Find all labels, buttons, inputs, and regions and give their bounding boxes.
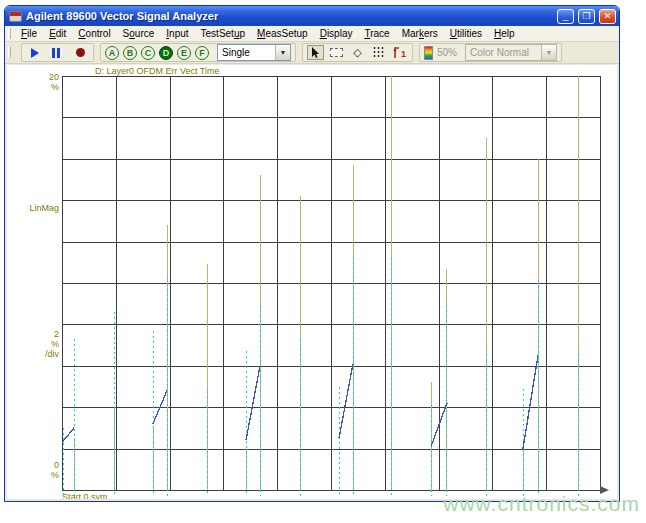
trace-plot bbox=[62, 76, 610, 499]
measurement-e-button[interactable]: E bbox=[177, 46, 191, 60]
pause-icon bbox=[52, 48, 60, 58]
zoom-box-button[interactable] bbox=[328, 45, 345, 60]
page: Agilent 89600 Vector Signal Analyzer _ ❐… bbox=[0, 0, 646, 523]
measurement-group: ABCDEF Single ▼ bbox=[100, 43, 296, 62]
title-bar[interactable]: Agilent 89600 Vector Signal Analyzer _ ❐… bbox=[5, 6, 619, 26]
trace-segment bbox=[62, 428, 74, 442]
play-icon bbox=[31, 48, 39, 58]
transport-group bbox=[21, 43, 94, 62]
menu-items: FileEditControlSourceInputTestSetupMeasS… bbox=[15, 27, 521, 40]
marker-tools-group: ◇ 1 bbox=[302, 43, 413, 62]
y-per-div-suffix: /div bbox=[9, 350, 59, 359]
marker-to-peak-button[interactable]: 1 bbox=[391, 45, 408, 60]
minimize-button[interactable]: _ bbox=[557, 9, 574, 24]
colorbar-icon bbox=[424, 46, 433, 60]
menu-item-control[interactable]: Control bbox=[72, 27, 116, 40]
trace-display-panel: D: Layer0 OFDM Err Vect Time 20 % LinMag… bbox=[7, 65, 617, 499]
menu-item-utilities[interactable]: Utilities bbox=[444, 27, 488, 40]
close-button[interactable]: ✕ bbox=[599, 9, 616, 24]
select-cursor-button[interactable] bbox=[307, 45, 324, 60]
sweep-mode-value: Single bbox=[218, 47, 275, 58]
y-max-unit: % bbox=[9, 83, 59, 92]
plot-area[interactable] bbox=[62, 76, 610, 499]
chevron-down-icon: ▼ bbox=[541, 45, 556, 60]
watermark-text: www.cntronics.com bbox=[443, 492, 640, 516]
play-button[interactable] bbox=[26, 45, 43, 60]
menu-item-file[interactable]: File bbox=[15, 27, 43, 40]
measurement-f-button[interactable]: F bbox=[195, 46, 209, 60]
color-mode-select[interactable]: Color Normal ▼ bbox=[465, 44, 557, 61]
y-per-div-unit: % bbox=[9, 340, 59, 349]
marker-to-peak-icon: 1 bbox=[393, 47, 406, 59]
measurement-b-button[interactable]: B bbox=[123, 46, 137, 60]
measurement-a-button[interactable]: A bbox=[105, 46, 119, 60]
y-max-label: 20 bbox=[9, 73, 59, 82]
app-window: Agilent 89600 Vector Signal Analyzer _ ❐… bbox=[4, 5, 620, 502]
color-mode-value: Color Normal bbox=[466, 47, 541, 58]
window-title: Agilent 89600 Vector Signal Analyzer bbox=[26, 10, 553, 22]
zoom-percent-label: 50% bbox=[437, 47, 457, 58]
zoom-box-icon bbox=[330, 48, 343, 57]
menu-item-meassetup[interactable]: MeasSetup bbox=[251, 27, 314, 40]
trace-title: D: Layer0 OFDM Err Vect Time bbox=[95, 66, 220, 76]
diamond-marker-icon: ◇ bbox=[353, 47, 361, 58]
marker-button[interactable]: ◇ bbox=[349, 45, 366, 60]
measurement-buttons: ABCDEF bbox=[105, 46, 209, 60]
record-button[interactable] bbox=[72, 45, 89, 60]
menu-item-help[interactable]: Help bbox=[488, 27, 521, 40]
display-options-group: 50% Color Normal ▼ bbox=[419, 43, 562, 62]
menu-item-source[interactable]: Source bbox=[117, 27, 161, 40]
menu-item-testsetup[interactable]: TestSetup bbox=[195, 27, 251, 40]
svg-text:1: 1 bbox=[401, 49, 406, 59]
menu-item-markers[interactable]: Markers bbox=[396, 27, 444, 40]
measurement-d-button[interactable]: D bbox=[159, 46, 173, 60]
trace-segment bbox=[246, 366, 260, 441]
measurement-c-button[interactable]: C bbox=[141, 46, 155, 60]
band-markers-icon bbox=[373, 47, 384, 59]
cursor-icon bbox=[311, 47, 320, 59]
menu-item-trace[interactable]: Trace bbox=[358, 27, 395, 40]
toolbar-grip bbox=[8, 47, 11, 58]
trace-segment bbox=[523, 355, 538, 448]
band-markers-button[interactable] bbox=[370, 45, 387, 60]
y-min-label: 0 bbox=[9, 461, 59, 470]
toolbar: ABCDEF Single ▼ ◇ bbox=[5, 42, 619, 64]
menu-item-input[interactable]: Input bbox=[160, 27, 194, 40]
menu-item-display[interactable]: Display bbox=[314, 27, 359, 40]
maximize-button[interactable]: ❐ bbox=[578, 9, 595, 24]
menu-grip bbox=[8, 28, 11, 39]
menu-bar: FileEditControlSourceInputTestSetupMeasS… bbox=[5, 26, 619, 42]
y-scale-type: LinMag bbox=[9, 204, 59, 213]
y-min-unit: % bbox=[9, 471, 59, 480]
app-icon bbox=[9, 11, 22, 22]
pause-button[interactable] bbox=[47, 45, 64, 60]
record-icon bbox=[76, 48, 85, 57]
chevron-down-icon: ▼ bbox=[275, 45, 290, 60]
menu-item-edit[interactable]: Edit bbox=[43, 27, 72, 40]
y-per-div: 2 bbox=[9, 330, 59, 339]
sweep-mode-select[interactable]: Single ▼ bbox=[217, 44, 291, 61]
trace-segment bbox=[339, 364, 353, 439]
